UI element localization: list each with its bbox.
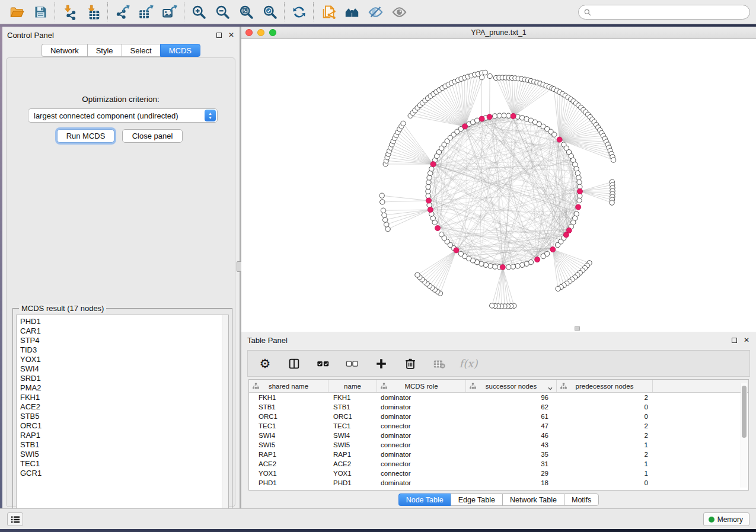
control-panel: Control Panel ✕ NetworkStyleSelectMCDS O… (2, 27, 240, 508)
table-cell: YOX1 (328, 470, 377, 477)
mcds-result-item[interactable]: PHD1 (20, 317, 228, 326)
tab-style[interactable]: Style (87, 44, 122, 57)
zoom-out-button[interactable] (210, 2, 234, 22)
table-cell: dominator (377, 432, 466, 439)
table-cell: 1 (557, 470, 653, 477)
mcds-result-item[interactable]: TEC1 (20, 459, 228, 469)
tab-node-table[interactable]: Node Table (398, 493, 451, 506)
column-header-predecessor-nodes[interactable]: predecessor nodes (557, 380, 653, 392)
mcds-panel: Optimization criterion: largest connecte… (6, 57, 235, 507)
delete-column-button[interactable] (403, 356, 418, 371)
float-panel-icon[interactable] (215, 31, 222, 39)
gear-icon: ⚙ (260, 357, 271, 370)
hide-details-icon (368, 4, 384, 20)
table-row[interactable]: FKH1FKH1dominator962 (249, 393, 748, 402)
close-panel-icon[interactable]: ✕ (228, 31, 235, 39)
table-row[interactable]: ORC1ORC1dominator610 (249, 412, 748, 421)
mcds-result-item[interactable]: YOX1 (20, 355, 228, 364)
tab-edge-table[interactable]: Edge Table (451, 493, 502, 506)
table-scrollbar[interactable] (741, 383, 747, 488)
table-cell: dominator (377, 451, 466, 458)
import-network-button[interactable] (58, 2, 81, 22)
mcds-result-item[interactable]: TID3 (20, 345, 228, 355)
mcds-result-item[interactable]: GCR1 (20, 469, 228, 478)
mcds-list-scrollbar[interactable] (222, 315, 228, 524)
tab-motifs[interactable]: Motifs (564, 493, 599, 506)
gear-button[interactable]: ⚙ (257, 356, 273, 371)
column-header-successor-nodes[interactable]: successor nodes (466, 380, 557, 392)
column-header-MCDS-role[interactable]: MCDS role (377, 380, 466, 392)
mcds-result-item[interactable]: STB5 (20, 412, 228, 421)
table-row[interactable]: RAP1RAP1dominator352 (249, 450, 748, 459)
close-panel-button[interactable]: Close panel (122, 129, 183, 143)
network-canvas[interactable] (241, 39, 756, 332)
deselect-all-button[interactable] (344, 356, 360, 371)
open-file-button[interactable] (5, 2, 28, 22)
function-builder-button[interactable]: f(x) (461, 356, 476, 371)
save-session-button[interactable] (28, 2, 52, 22)
search-binoculars-button[interactable] (340, 2, 363, 22)
mcds-result-item[interactable]: STP4 (20, 336, 228, 345)
mcds-result-item[interactable]: ORC1 (20, 421, 228, 431)
mcds-result-list[interactable]: PHD1CAR1STP4TID3YOX1SWI4SRD1PMA2FKH1ACE2… (16, 315, 229, 525)
mcds-result-item[interactable]: SWI4 (20, 364, 228, 374)
table-cell: 96 (466, 394, 557, 401)
columns-button[interactable] (286, 356, 302, 371)
mcds-result-item[interactable]: CAR1 (20, 326, 228, 336)
table-cell: SWI4 (328, 432, 377, 439)
optimization-criterion-select[interactable]: largest connected component (undirected)… (28, 108, 218, 123)
mcds-result-item[interactable]: STB1 (20, 440, 228, 450)
network-graph[interactable] (241, 39, 756, 332)
mcds-result-item[interactable]: RAP1 (20, 431, 228, 440)
search-input[interactable] (578, 5, 750, 20)
tab-network[interactable]: Network (42, 44, 87, 57)
column-header-name[interactable]: name (328, 380, 377, 392)
table-row[interactable]: STB1STB1dominator620 (249, 402, 748, 412)
mcds-result-item[interactable]: PMA2 (20, 383, 228, 393)
table-row[interactable]: PHD1PHD1dominator180 (249, 478, 748, 488)
table-row[interactable]: SWI4SWI4dominator462 (249, 431, 748, 440)
tab-network-table[interactable]: Network Table (502, 493, 564, 506)
mcds-result-item[interactable]: FKH1 (20, 393, 228, 402)
deselect-all-icon (346, 357, 359, 370)
mcds-result-item[interactable]: SRD1 (20, 374, 228, 383)
table-row[interactable]: TEC1TEC1connector472 (249, 421, 748, 431)
table-scrollbar-thumb[interactable] (742, 386, 747, 438)
run-mcds-button[interactable]: Run MCDS (57, 129, 114, 143)
mcds-result-item[interactable]: SWI5 (20, 450, 228, 459)
canvas-resize-handle[interactable] (575, 326, 580, 331)
refresh-view-button[interactable] (287, 2, 311, 22)
export-table-button[interactable] (134, 2, 158, 22)
zoom-fit-button[interactable] (234, 2, 258, 22)
import-table-button[interactable] (81, 2, 105, 22)
table-cell: PHD1 (249, 479, 328, 486)
zoom-selected-button[interactable] (258, 2, 282, 22)
export-image-button[interactable] (158, 2, 181, 22)
show-details-button[interactable] (387, 2, 411, 22)
network-window-titlebar[interactable]: YPA_prune.txt_1 (241, 27, 756, 39)
float-table-panel-icon[interactable] (731, 336, 738, 344)
main-toolbar (0, 0, 756, 24)
clone-network-button[interactable] (316, 2, 340, 22)
tab-mcds[interactable]: MCDS (160, 44, 200, 57)
table-row[interactable]: SWI5SWI5connector431 (249, 440, 748, 450)
panel-menu-button[interactable] (7, 512, 23, 526)
add-column-button[interactable] (374, 356, 389, 371)
table-cell: dominator (377, 403, 466, 411)
select-all-button[interactable] (315, 356, 331, 371)
tab-select[interactable]: Select (122, 44, 160, 57)
mcds-result-item[interactable]: ACE2 (20, 402, 228, 412)
table-cell: dominator (377, 479, 466, 486)
sort-chevron-icon[interactable] (548, 384, 553, 392)
hide-details-button[interactable] (363, 2, 387, 22)
import-network-icon (62, 4, 78, 20)
table-row[interactable]: YOX1YOX1connector291 (249, 469, 748, 478)
delete-table-button[interactable] (432, 356, 447, 371)
memory-button[interactable]: Memory (703, 512, 749, 526)
zoom-in-button[interactable] (187, 2, 210, 22)
export-network-button[interactable] (110, 2, 134, 22)
column-header-shared-name[interactable]: shared name (249, 380, 328, 392)
close-table-panel-icon[interactable]: ✕ (743, 336, 750, 344)
memory-status-icon (709, 517, 714, 523)
table-row[interactable]: ACE2ACE2connector311 (249, 459, 748, 469)
